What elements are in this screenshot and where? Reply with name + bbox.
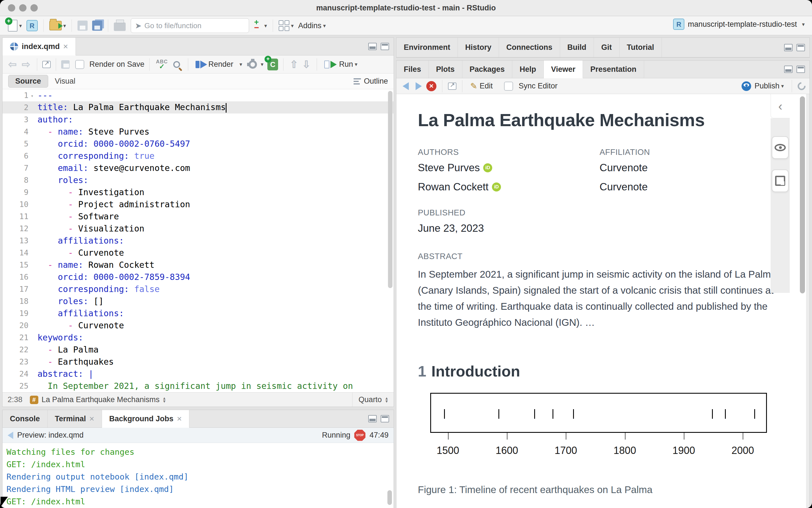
tab-files[interactable]: Files xyxy=(396,60,429,78)
minimize-pane-icon[interactable] xyxy=(368,43,377,50)
popout-icon[interactable] xyxy=(42,61,51,68)
job-back-icon[interactable] xyxy=(8,432,13,439)
minimize-pane-icon[interactable] xyxy=(784,66,793,73)
render-options-button[interactable]: ▾ xyxy=(246,57,266,72)
tab-terminal[interactable]: Terminal× xyxy=(48,410,102,427)
tab-plots[interactable]: Plots xyxy=(429,60,462,78)
back-icon[interactable]: ⇦ xyxy=(6,58,18,71)
project-selector[interactable]: R manuscript-template-rstudio-test ▾ xyxy=(673,18,805,30)
render-icon xyxy=(196,61,200,68)
maximize-pane-icon[interactable] xyxy=(797,44,805,51)
tab-presentation[interactable]: Presentation xyxy=(583,60,644,78)
print-icon xyxy=(114,23,126,31)
abstract-text: In September 2021, a significant jump in… xyxy=(418,266,777,330)
authors-label: AUTHORS xyxy=(418,147,600,157)
visibility-button[interactable] xyxy=(772,136,788,159)
code-line: 9 - Investigation xyxy=(3,186,394,198)
tab-viewer[interactable]: Viewer xyxy=(544,60,583,78)
viewer-back-button[interactable] xyxy=(400,79,411,93)
forward-icon[interactable]: ⇨ xyxy=(20,58,32,71)
render-on-save-label: Render on Save xyxy=(89,60,144,69)
orcid-icon[interactable]: iD xyxy=(492,182,501,192)
new-file-button[interactable]: +▾ xyxy=(6,18,24,33)
tab-git[interactable]: Git xyxy=(594,38,619,57)
tab-console[interactable]: Console xyxy=(3,410,48,427)
tab-help[interactable]: Help xyxy=(512,60,544,78)
tab-environment[interactable]: Environment xyxy=(396,38,458,57)
tab-build[interactable]: Build xyxy=(560,38,594,57)
close-tab-icon[interactable]: × xyxy=(63,42,68,51)
edit-button[interactable]: ✎ Edit xyxy=(468,79,495,93)
close-tab-icon[interactable]: × xyxy=(89,414,94,424)
close-tab-icon[interactable]: × xyxy=(177,414,182,424)
visual-mode-button[interactable]: Visual xyxy=(48,75,82,87)
new-project-button[interactable]: R xyxy=(24,18,40,33)
insert-chunk-button[interactable]: +C xyxy=(268,58,278,71)
outline-button[interactable]: Outline xyxy=(354,77,388,86)
doc-mode-selector[interactable]: Quarto ▲▼ xyxy=(352,392,389,407)
open-in-browser-icon[interactable] xyxy=(448,83,456,90)
console-line: GET: /index.html xyxy=(6,458,394,471)
titlebar: manuscript-template-rstudio-test - main … xyxy=(0,0,812,16)
axis-tick xyxy=(566,433,566,439)
tab-connections[interactable]: Connections xyxy=(499,38,560,57)
axis-tick-label: 1900 xyxy=(673,444,695,457)
version-control-button[interactable]: +−▾ xyxy=(252,18,269,33)
forward-icon xyxy=(416,82,422,90)
zoom-window-icon[interactable] xyxy=(31,4,38,11)
panes-layout-button[interactable]: ▾ xyxy=(276,18,296,33)
code-line: 16 orcid: 0000-0002-7859-8394 xyxy=(3,271,394,283)
print-button[interactable] xyxy=(112,18,128,33)
minimize-pane-icon[interactable] xyxy=(784,44,793,51)
tab-tutorial[interactable]: Tutorial xyxy=(619,38,662,57)
render-on-save-checkbox[interactable] xyxy=(75,60,84,69)
save-icon xyxy=(78,20,88,31)
clear-viewer-icon[interactable]: × xyxy=(426,81,437,91)
viewer-scrollbar[interactable] xyxy=(800,96,805,293)
render-button[interactable]: Render▾ xyxy=(193,57,244,72)
axis-tick-label: 1500 xyxy=(437,444,459,457)
source-mode-button[interactable]: Source xyxy=(8,75,48,88)
save-button[interactable] xyxy=(75,18,90,33)
maximize-pane-icon[interactable] xyxy=(381,43,389,50)
job-status: Running xyxy=(322,431,351,439)
section-selector[interactable]: La Palma Earthquake Mechanisms xyxy=(42,395,160,404)
tab-index-qmd[interactable]: index.qmd × xyxy=(3,38,76,55)
save-doc-icon[interactable] xyxy=(61,60,70,69)
code-editor[interactable]: 1▾---2title: La Palma Earthquake Mechani… xyxy=(3,89,394,392)
addins-button[interactable]: Addins▾ xyxy=(296,18,328,33)
tab-packages[interactable]: Packages xyxy=(462,60,513,78)
run-button[interactable]: Run▾ xyxy=(322,57,360,72)
console-scrollbar[interactable] xyxy=(388,490,392,505)
maximize-pane-icon[interactable] xyxy=(797,66,805,73)
editor-scrollbar[interactable] xyxy=(388,91,393,288)
orcid-icon[interactable]: iD xyxy=(483,163,492,172)
maximize-pane-icon[interactable] xyxy=(381,415,389,422)
close-window-icon[interactable] xyxy=(8,4,15,11)
annotation-button[interactable] xyxy=(772,170,788,192)
spellcheck-icon[interactable]: ABC✓ xyxy=(155,60,169,69)
code-line: 19 affiliations: xyxy=(3,307,394,319)
minimize-pane-icon[interactable] xyxy=(368,415,377,422)
code-line: 24abstract: | xyxy=(3,368,394,380)
collapse-panel-button[interactable]: ‹ xyxy=(771,94,790,118)
sync-editor-checkbox[interactable] xyxy=(504,82,513,91)
goto-file-input[interactable] xyxy=(145,22,245,30)
tab-background-jobs[interactable]: Background Jobs× xyxy=(102,410,190,428)
run-next-icon[interactable]: ⇩ xyxy=(301,58,312,71)
window-title: manuscript-template-rstudio-test - main … xyxy=(316,4,496,12)
refresh-icon[interactable] xyxy=(796,81,807,91)
publish-button[interactable]: Publish ▾ xyxy=(739,79,786,93)
publish-icon xyxy=(741,81,751,91)
search-icon[interactable] xyxy=(173,61,180,68)
stop-job-icon[interactable]: STOP xyxy=(354,430,365,441)
minimize-window-icon[interactable] xyxy=(19,4,27,11)
viewer-forward-button[interactable] xyxy=(413,79,424,93)
open-file-button[interactable]: ▾ xyxy=(47,18,69,33)
console-output[interactable]: Watching files for changesGET: /index.ht… xyxy=(3,443,394,508)
authors-block: AUTHORS AFFILIATION Steve PurvesiDCurven… xyxy=(418,147,778,200)
tab-history[interactable]: History xyxy=(458,38,499,57)
run-previous-icon[interactable]: ⇧ xyxy=(288,58,299,71)
eruption-mark-1492 xyxy=(444,409,445,419)
save-all-button[interactable] xyxy=(90,18,105,33)
